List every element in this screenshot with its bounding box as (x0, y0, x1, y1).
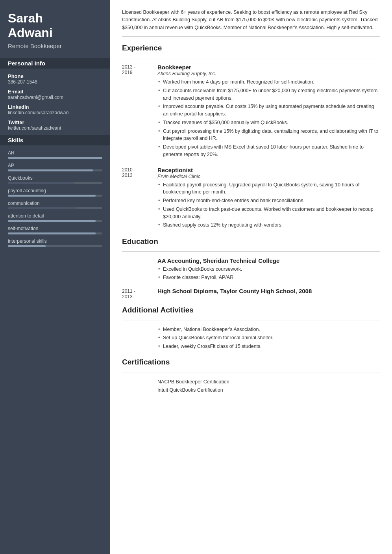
certifications-list: NACPB Bookkeeper CertificationIntuit Qui… (157, 378, 380, 395)
degree-title: High School Diploma, Taylor County High … (157, 288, 380, 294)
experience-bullet: Cut payroll processing time 15% by digit… (157, 128, 380, 143)
skill-name: payroll accounting (8, 188, 102, 193)
skills-heading: Skills (0, 135, 110, 145)
experience-content: ReceptionistErvin Medical ClinicFacilita… (157, 167, 380, 231)
summary: Licensed Bookkeeper with 6+ years of exp… (122, 9, 380, 37)
experience-bullet: Worked from home 4 days per month. Recog… (157, 78, 380, 86)
candidate-name: Sarah Adwani (8, 11, 102, 40)
skill-item: interpersonal skills (8, 238, 102, 247)
job-title: Bookkeeper (157, 64, 380, 71)
experience-bullet: Improved accounts payable. Cut costs 15%… (157, 103, 380, 118)
experience-bullets: Worked from home 4 days per month. Recog… (157, 78, 380, 158)
skill-bar-background (8, 169, 102, 171)
education-section: Education AA Accounting, Sheridan Techni… (122, 237, 380, 299)
experience-entry: 2013 - 2019BookkeeperAtkins Building Sup… (122, 64, 380, 160)
activities-section: Additional Activities Member, National B… (122, 306, 380, 351)
skill-item: self-motivation (8, 226, 102, 234)
experience-heading: Experience (122, 44, 380, 53)
experience-dates: 2010 - 2013 (122, 167, 157, 231)
linkedin-value: linkedin.com/in/sarahzadwani (8, 110, 102, 115)
education-content: High School Diploma, Taylor County High … (157, 288, 380, 299)
degree-title: AA Accounting, Sheridan Technical Colleg… (157, 257, 380, 264)
company-name: Ervin Medical Clinic (157, 174, 380, 179)
skill-name: AP (8, 163, 102, 168)
education-divider (122, 251, 380, 252)
activity-bullet: Set up QuickBooks system for local anima… (157, 334, 380, 342)
linkedin-group: LinkedIn linkedin.com/in/sarahzadwani (8, 104, 102, 115)
skill-bar-background (8, 220, 102, 222)
activity-bullet: Member, National Bookkeeper's Associatio… (157, 326, 380, 333)
skill-bar-fill (8, 207, 76, 209)
education-heading: Education (122, 237, 380, 247)
experience-bullet: Performed key month-end-close entries an… (157, 197, 380, 204)
skill-bar-fill (8, 169, 93, 171)
experience-bullet: Slashed supply costs 12% by negotiating … (157, 221, 380, 229)
education-bullet: Favorite classes: Payroll, AP/AR (157, 274, 380, 281)
certifications-heading: Certifications (122, 358, 380, 367)
experience-bullet: Tracked revenues of $350,000 annually wi… (157, 119, 380, 126)
skill-bar-fill (8, 182, 74, 184)
skill-name: communication (8, 201, 102, 206)
education-bullet: Excelled in QuickBooks coursework. (157, 266, 380, 273)
skill-item: communication (8, 201, 102, 209)
experience-bullet: Cut accounts receivable from $175,000+ t… (157, 87, 380, 102)
main-content: Licensed Bookkeeper with 6+ years of exp… (110, 0, 392, 554)
skill-bar-fill (8, 245, 46, 247)
certification-item: NACPB Bookkeeper Certification (157, 378, 380, 386)
activities-heading: Additional Activities (122, 306, 380, 315)
twitter-label: Twitter (8, 119, 102, 125)
skill-item: AR (8, 150, 102, 159)
education-entry: 2011 - 2013High School Diploma, Taylor C… (122, 288, 380, 299)
company-name: Atkins Building Supply, Inc. (157, 71, 380, 76)
email-label: E-mail (8, 89, 102, 95)
education-dates (122, 257, 157, 282)
skill-name: AR (8, 150, 102, 156)
skill-bar-background (8, 195, 102, 197)
skill-item: attention to detail (8, 213, 102, 222)
twitter-group: Twitter twitter.com/sarahzadwani (8, 119, 102, 131)
activities-entry: Member, National Bookkeeper's Associatio… (122, 326, 380, 351)
activities-content: Member, National Bookkeeper's Associatio… (157, 326, 380, 351)
experience-section: Experience 2013 - 2019BookkeeperAtkins B… (122, 44, 380, 230)
certifications-divider (122, 372, 380, 372)
phone-group: Phone 386-207-1546 (8, 73, 102, 85)
experience-dates: 2013 - 2019 (122, 64, 157, 160)
experience-bullet: Developed pivot tables with MS Excel tha… (157, 143, 380, 158)
skill-item: Quickbooks (8, 175, 102, 184)
certifications-section: Certifications NACPB Bookkeeper Certific… (122, 358, 380, 395)
activities-list: Member, National Bookkeeper's Associatio… (157, 326, 380, 350)
phone-value: 386-207-1546 (8, 79, 102, 85)
experience-bullets: Facilitated payroll processing. Upgraded… (157, 181, 380, 229)
skill-name: interpersonal skills (8, 238, 102, 244)
candidate-title: Remote Bookkeeper (8, 43, 102, 49)
email-value: sarahzadwani@gmail.com (8, 95, 102, 100)
experience-bullet: Used QuickBooks to track past-due accoun… (157, 206, 380, 221)
experience-list: 2013 - 2019BookkeeperAtkins Building Sup… (122, 64, 380, 230)
skill-bar-background (8, 245, 102, 247)
skill-bar-fill (8, 195, 96, 197)
job-title: Receptionist (157, 167, 380, 173)
skill-bar-fill (8, 220, 96, 222)
education-bullets: Excelled in QuickBooks coursework.Favori… (157, 266, 380, 281)
skill-item: AP (8, 163, 102, 171)
sidebar: Sarah Adwani Remote Bookkeeper Personal … (0, 0, 110, 554)
skill-bar-fill (8, 157, 102, 159)
twitter-value: twitter.com/sarahzadwani (8, 125, 102, 131)
skill-bar-background (8, 182, 102, 184)
activities-spacer (122, 326, 157, 351)
skill-bar-background (8, 157, 102, 159)
experience-entry: 2010 - 2013ReceptionistErvin Medical Cli… (122, 167, 380, 231)
skill-bar-background (8, 232, 102, 234)
skill-name: self-motivation (8, 226, 102, 231)
phone-label: Phone (8, 73, 102, 79)
skill-name: Quickbooks (8, 175, 102, 181)
education-entry: AA Accounting, Sheridan Technical Colleg… (122, 257, 380, 282)
education-content: AA Accounting, Sheridan Technical Colleg… (157, 257, 380, 282)
experience-content: BookkeeperAtkins Building Supply, Inc.Wo… (157, 64, 380, 160)
skill-item: payroll accounting (8, 188, 102, 197)
experience-divider (122, 58, 380, 58)
skill-bar-fill (8, 232, 96, 234)
skill-name: attention to detail (8, 213, 102, 219)
linkedin-label: LinkedIn (8, 104, 102, 110)
personal-info-heading: Personal Info (0, 58, 110, 69)
